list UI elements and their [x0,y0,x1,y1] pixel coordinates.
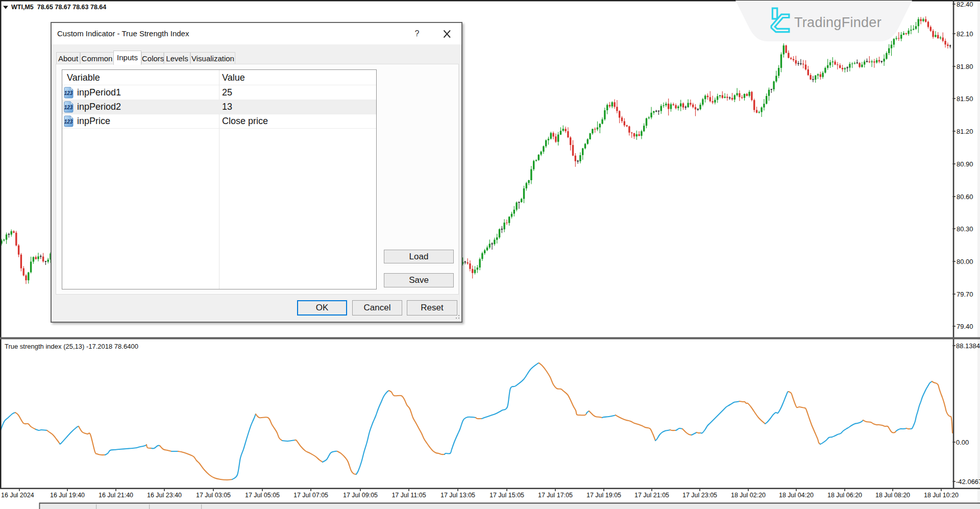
svg-text:17 Jul 03:05: 17 Jul 03:05 [196,492,231,499]
svg-text:16 Jul 21:40: 16 Jul 21:40 [99,492,133,499]
svg-text:18 Jul 02:20: 18 Jul 02:20 [731,492,766,499]
svg-text:17 Jul 09:05: 17 Jul 09:05 [343,492,378,499]
svg-text:123: 123 [64,119,73,125]
svg-text:17 Jul 13:05: 17 Jul 13:05 [440,492,475,499]
svg-text:True strength index (25,13) -1: True strength index (25,13) -17.2018 78.… [5,343,138,350]
svg-text:16 Jul 23:40: 16 Jul 23:40 [147,492,182,499]
svg-text:17 Jul 15:05: 17 Jul 15:05 [489,492,524,499]
svg-text:81.50: 81.50 [957,95,973,103]
svg-text:17 Jul 17:05: 17 Jul 17:05 [538,492,573,499]
svg-text:16 Jul 2024: 16 Jul 2024 [1,492,34,499]
svg-text:88.1384: 88.1384 [956,342,980,350]
svg-text:123: 123 [64,105,73,110]
svg-text:17 Jul 05:05: 17 Jul 05:05 [245,492,280,499]
svg-text:79.40: 79.40 [957,323,973,330]
svg-text:WTI,M5 78.65 78.67 78.63 78.6: WTI,M5 78.65 78.67 78.63 78.64 [11,4,106,11]
svg-text:16 Jul 19:40: 16 Jul 19:40 [50,492,85,499]
svg-text:81.20: 81.20 [957,128,973,135]
svg-text:80.90: 80.90 [957,160,973,168]
svg-text:123: 123 [64,90,73,96]
svg-text:82.40: 82.40 [957,1,973,8]
svg-text:17 Jul 21:05: 17 Jul 21:05 [634,492,669,499]
svg-text:79.70: 79.70 [957,290,973,298]
svg-text:81.80: 81.80 [957,63,973,70]
svg-text:TradingFinder: TradingFinder [794,15,881,30]
svg-text:18 Jul 04:20: 18 Jul 04:20 [779,492,814,499]
svg-text:18 Jul 08:20: 18 Jul 08:20 [875,492,910,499]
svg-text:82.10: 82.10 [957,30,973,38]
svg-text:18 Jul 10:20: 18 Jul 10:20 [924,492,959,499]
svg-text:-42.0667: -42.0667 [956,478,980,486]
svg-text:17 Jul 11:05: 17 Jul 11:05 [391,492,426,499]
svg-text:0.00: 0.00 [956,439,969,446]
svg-text:80.60: 80.60 [957,193,973,201]
svg-text:17 Jul 07:05: 17 Jul 07:05 [293,492,328,499]
svg-text:18 Jul 06:20: 18 Jul 06:20 [827,492,862,499]
svg-text:17 Jul 19:05: 17 Jul 19:05 [586,492,621,499]
svg-text:17 Jul 23:05: 17 Jul 23:05 [682,492,717,499]
svg-text:80.00: 80.00 [957,258,973,265]
svg-text:80.30: 80.30 [957,225,973,233]
